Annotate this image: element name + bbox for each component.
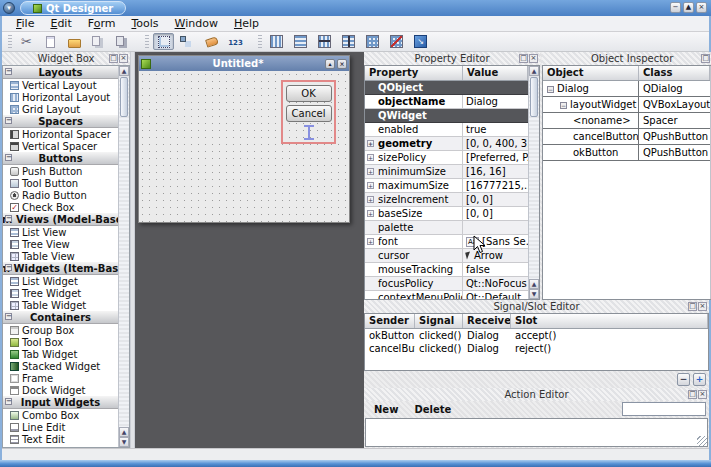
widget-item-push-button[interactable]: Push Button — [3, 165, 118, 177]
expand-icon[interactable]: + — [367, 196, 374, 203]
widgetbox-section-spacers[interactable]: −Spacers — [3, 115, 118, 128]
object-inspector-titlebar[interactable]: Object Inspector □ × — [542, 52, 711, 65]
property-row-minimumsize[interactable]: +minimumSize[16, 16] — [365, 165, 528, 179]
form-maximize-button[interactable]: ▴ — [325, 59, 335, 69]
open-button[interactable] — [64, 33, 85, 50]
widget-item-text-edit[interactable]: Text Edit — [3, 433, 118, 445]
toolbar-drag-handle[interactable] — [258, 35, 262, 49]
expand-icon[interactable]: + — [367, 210, 374, 217]
column-property[interactable]: Property — [365, 66, 463, 80]
edit-widgets-button[interactable] — [153, 33, 174, 50]
collapse-icon[interactable]: − — [5, 264, 12, 271]
property-editor-float-button[interactable]: □ — [519, 54, 528, 63]
column-class[interactable]: Class — [639, 66, 710, 80]
toolbar-drag-handle[interactable] — [145, 35, 149, 49]
action-editor-titlebar[interactable]: Action Editor □ × — [364, 388, 709, 401]
widget-item-radio-button[interactable]: Radio Button — [3, 189, 118, 201]
property-row-objectname[interactable]: objectNameDialog — [365, 95, 528, 109]
widget-item-frame[interactable]: Frame — [3, 372, 118, 384]
collapse-icon[interactable]: − — [5, 398, 12, 405]
expand-icon[interactable]: + — [367, 140, 374, 147]
widget-item-horizontal-layout[interactable]: Horizontal Layout — [3, 91, 118, 103]
widget-box-titlebar[interactable]: Widget Box □ × — [2, 52, 130, 65]
property-editor-titlebar[interactable]: Property Editor □ × — [364, 52, 540, 65]
inspector-row-dialog[interactable]: −DialogQDialog — [543, 81, 710, 97]
widget-item-tool-box[interactable]: Tool Box — [3, 336, 118, 348]
close-button[interactable]: × — [696, 2, 707, 13]
widget-item-grid-layout[interactable]: Grid Layout — [3, 103, 118, 115]
adjust-size-button[interactable] — [410, 33, 431, 50]
menu-file[interactable]: File — [8, 17, 42, 30]
widget-item-line-edit[interactable]: Line Edit — [3, 421, 118, 433]
copy-button[interactable] — [88, 33, 109, 50]
expand-icon[interactable]: + — [367, 182, 374, 189]
property-editor-close-button[interactable]: × — [529, 54, 538, 63]
collapse-icon[interactable]: − — [5, 215, 12, 222]
widget-item-tree-widget[interactable]: Tree Widget — [3, 287, 118, 299]
menu-help[interactable]: Help — [226, 17, 267, 30]
property-row-geometry[interactable]: +geometry[0, 0, 400, 3... — [365, 137, 528, 151]
inspector-row-cancelbutton[interactable]: cancelButtonQPushButton — [543, 129, 710, 145]
expand-icon[interactable]: − — [560, 102, 567, 109]
widget-item-list-widget[interactable]: List Widget — [3, 275, 118, 287]
layout-vertical-splitter-button[interactable] — [338, 33, 359, 50]
scroll-up-icon[interactable]: ▲ — [529, 66, 539, 76]
collapse-icon[interactable]: − — [5, 313, 12, 320]
menu-tools[interactable]: Tools — [123, 17, 166, 30]
signal-slot-close-button[interactable]: × — [698, 302, 707, 311]
edit-tab-order-button[interactable] — [225, 33, 246, 50]
layout-vertical-button[interactable] — [290, 33, 311, 50]
form-window[interactable]: Untitled* ▴ × OK Cancel — [138, 55, 350, 223]
property-row-focuspolicy[interactable]: focusPolicyQt::NoFocus — [365, 277, 528, 291]
resize-grip[interactable] — [697, 436, 707, 446]
widget-box-float-button[interactable]: □ — [109, 54, 118, 63]
maximize-button[interactable]: ▲ — [683, 2, 694, 13]
form-titlebar[interactable]: Untitled* ▴ × — [139, 56, 349, 71]
scroll-up-icon[interactable]: ▲ — [119, 427, 129, 437]
property-row-contextmenupolicy[interactable]: contextMenuPolicyQt::Default... — [365, 291, 528, 299]
scrollbar-thumb[interactable] — [120, 77, 128, 117]
action-editor-close-button[interactable]: × — [698, 390, 707, 399]
property-row-palette[interactable]: palette — [365, 221, 528, 235]
signal-slot-float-button[interactable]: □ — [688, 302, 697, 311]
widget-item-list-view[interactable]: List View — [3, 226, 118, 238]
property-row-mousetracking[interactable]: mouseTrackingfalse — [365, 263, 528, 277]
widget-item-tree-view[interactable]: Tree View — [3, 238, 118, 250]
column-slot[interactable]: Slot — [511, 314, 708, 328]
column-value[interactable]: Value — [463, 66, 528, 80]
scrollbar-thumb[interactable] — [530, 77, 538, 117]
column-receiver[interactable]: Receiver — [463, 314, 511, 328]
action-editor-float-button[interactable]: □ — [688, 390, 697, 399]
property-row-font[interactable]: +fontAa[Sans Se... — [365, 235, 528, 249]
widget-item-table-widget[interactable]: Table Widget — [3, 299, 118, 311]
widget-item-stacked-widget[interactable]: Stacked Widget — [3, 360, 118, 372]
signal-table-header[interactable]: Sender Signal Receiver Slot — [365, 314, 708, 329]
add-connection-button[interactable]: + — [693, 373, 706, 386]
break-layout-button[interactable] — [386, 33, 407, 50]
layout-selection-box[interactable]: OK Cancel — [281, 80, 336, 144]
widgetbox-section-item-widgets-item-based[interactable]: −Item Widgets (Item-Based) — [3, 262, 118, 275]
property-row-sizeincrement[interactable]: +sizeIncrement[0, 0] — [365, 193, 528, 207]
edit-signals-slots-button[interactable] — [177, 33, 198, 50]
inspector-row-layoutwidget[interactable]: −layoutWidgetQVBoxLayout — [543, 97, 710, 113]
expand-icon[interactable]: − — [547, 86, 554, 93]
widget-item-vertical-spacer[interactable]: Vertical Spacer — [3, 140, 118, 152]
connection-row-okbutton[interactable]: okButtonclicked()Dialogaccept() — [365, 329, 708, 342]
edit-buddies-button[interactable] — [201, 33, 222, 50]
column-sender[interactable]: Sender — [365, 314, 415, 328]
property-row-basesize[interactable]: +baseSize[0, 0] — [365, 207, 528, 221]
object-inspector-float-button[interactable]: □ — [701, 54, 710, 63]
signal-slot-titlebar[interactable]: Signal/Slot Editor □ × — [364, 300, 709, 313]
new-action-button[interactable]: New — [374, 404, 398, 415]
layout-grid-button[interactable] — [362, 33, 383, 50]
widget-item-check-box[interactable]: Check Box — [3, 201, 118, 213]
property-row-cursor[interactable]: cursorArrow — [365, 249, 528, 263]
window-menu-button[interactable]: ▾ — [3, 2, 15, 14]
collapse-icon[interactable]: − — [5, 154, 12, 161]
minimize-button[interactable]: − — [670, 2, 681, 13]
paste-button[interactable] — [40, 33, 61, 50]
scroll-up-icon[interactable]: ▲ — [119, 66, 129, 76]
window-title-tab[interactable]: Qt Designer — [20, 1, 126, 15]
layout-horizontal-button[interactable] — [266, 33, 287, 50]
form-canvas[interactable]: OK Cancel — [139, 71, 349, 222]
